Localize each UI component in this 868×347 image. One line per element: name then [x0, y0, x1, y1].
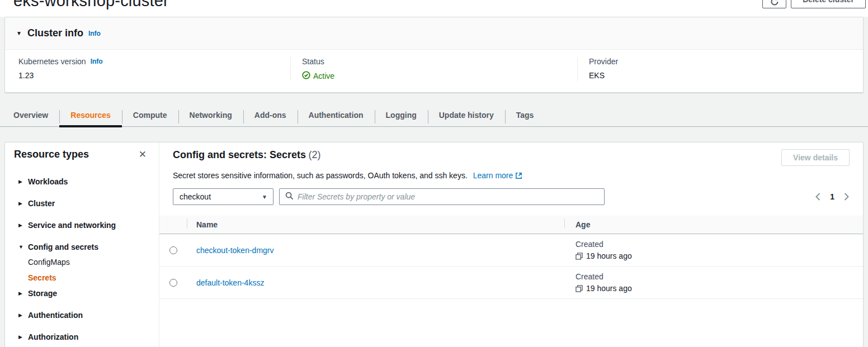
cluster-info-header[interactable]: ▼ Cluster info Info — [5, 17, 863, 50]
cluster-info-card: ▼ Cluster info Info Kubernetes version I… — [4, 17, 864, 93]
external-link-icon — [515, 172, 522, 181]
pagination: 1 — [815, 192, 850, 201]
table-row: default-token-4kssz Created 19 hours ago — [159, 267, 863, 299]
config-and-secrets-children: ConfigMaps Secrets — [28, 258, 150, 282]
kubernetes-version-label: Kubernetes version Info — [18, 57, 290, 66]
age-value: 19 hours ago — [586, 284, 632, 293]
chevron-right-icon: ▶ — [18, 289, 28, 298]
age-value: 19 hours ago — [586, 251, 632, 260]
view-details-button[interactable]: View details — [781, 149, 850, 166]
tab-logging[interactable]: Logging — [375, 105, 428, 126]
name-column-header: Name — [187, 220, 564, 230]
tab-add-ons[interactable]: Add-ons — [243, 105, 298, 126]
namespace-select-value: checkout — [180, 192, 211, 201]
provider-value: EKS — [589, 71, 863, 80]
refresh-button[interactable] — [762, 0, 786, 8]
sidebar-item-cluster[interactable]: ▶ Cluster — [18, 199, 150, 208]
kubernetes-version-field: Kubernetes version Info 1.23 — [5, 57, 290, 81]
filter-row: checkout ▼ 1 — [173, 188, 850, 205]
current-page-number[interactable]: 1 — [830, 192, 834, 201]
tab-networking[interactable]: Networking — [178, 105, 243, 126]
sidebar-item-configmaps[interactable]: ConfigMaps — [28, 258, 150, 267]
sidebar-item-service-and-networking[interactable]: ▶ Service and networking — [18, 221, 150, 230]
secrets-table: Name Age checkout-token-dmgrv Created — [159, 216, 863, 299]
tab-update-history[interactable]: Update history — [428, 105, 505, 126]
status-label: Status — [302, 57, 577, 66]
tab-resources[interactable]: Resources — [59, 105, 122, 126]
age-created-label: Created — [575, 272, 863, 281]
sidebar-item-config-and-secrets[interactable]: ▼ Config and secrets — [18, 243, 150, 251]
sidebar-title: Resource types — [14, 149, 89, 160]
page-header: eks-workshop-cluster Delete cluster — [0, 0, 868, 17]
delete-cluster-button[interactable]: Delete cluster — [791, 0, 866, 8]
page-title: eks-workshop-cluster — [13, 0, 868, 10]
resource-type-list: ▶ Workloads ▶ Cluster ▶ Service and netw… — [14, 178, 150, 341]
tab-authentication[interactable]: Authentication — [298, 105, 375, 126]
cluster-info-body: Kubernetes version Info 1.23 Status Acti… — [5, 50, 863, 92]
row-radio-button[interactable] — [169, 246, 177, 254]
resource-types-sidebar: Resource types ✕ ▶ Workloads ▶ Cluster ▶… — [5, 142, 159, 347]
secrets-count: (2) — [309, 149, 321, 160]
provider-field: Provider EKS — [577, 57, 863, 81]
sidebar-item-authorization[interactable]: ▶ Authorization — [18, 333, 150, 341]
copy-icon[interactable] — [575, 285, 583, 292]
secret-name-link[interactable]: default-token-4kssz — [196, 278, 264, 287]
table-header: Name Age — [159, 216, 863, 234]
secrets-title-group: Config and secrets: Secrets (2) — [173, 149, 321, 161]
sidebar-item-storage[interactable]: ▶ Storage — [18, 289, 150, 298]
sidebar-item-secrets[interactable]: Secrets — [28, 274, 150, 282]
namespace-select[interactable]: checkout ▼ — [173, 188, 273, 205]
kubernetes-version-info-link[interactable]: Info — [91, 58, 103, 65]
cluster-info-title: Cluster info — [27, 27, 83, 39]
tab-compute[interactable]: Compute — [122, 105, 178, 126]
copy-icon[interactable] — [575, 253, 583, 260]
chevron-right-icon: ▶ — [18, 178, 28, 186]
search-input[interactable] — [298, 192, 598, 201]
provider-label: Provider — [589, 57, 863, 66]
next-page-icon[interactable] — [843, 193, 850, 201]
collapse-caret-icon: ▼ — [16, 30, 22, 36]
header-actions: Delete cluster — [762, 0, 866, 8]
secrets-header: Config and secrets: Secrets (2) View det… — [173, 149, 850, 166]
close-icon[interactable]: ✕ — [135, 148, 150, 161]
refresh-icon — [770, 0, 779, 8]
secrets-main: Config and secrets: Secrets (2) View det… — [159, 142, 863, 347]
secrets-description: Secret stores sensitive information, suc… — [173, 171, 850, 181]
cluster-info-info-link[interactable]: Info — [88, 30, 101, 37]
sidebar-header: Resource types ✕ — [14, 148, 150, 161]
cluster-tabs: Overview Resources Compute Networking Ad… — [0, 105, 868, 127]
tab-tags[interactable]: Tags — [505, 105, 545, 126]
tab-overview[interactable]: Overview — [13, 105, 59, 126]
chevron-down-icon: ▼ — [18, 243, 28, 251]
age-created-label: Created — [575, 240, 863, 249]
chevron-right-icon: ▶ — [18, 311, 28, 320]
status-value: Active — [302, 71, 577, 81]
caret-down-icon: ▼ — [262, 194, 267, 200]
status-field: Status Active — [290, 57, 577, 81]
sidebar-item-authentication[interactable]: ▶ Authentication — [18, 311, 150, 320]
check-circle-icon — [302, 71, 313, 81]
chevron-right-icon: ▶ — [18, 333, 28, 341]
row-radio-button[interactable] — [169, 279, 177, 287]
resources-panel: Resource types ✕ ▶ Workloads ▶ Cluster ▶… — [4, 142, 864, 347]
search-icon — [285, 192, 298, 202]
sidebar-item-workloads[interactable]: ▶ Workloads — [18, 178, 150, 186]
kubernetes-version-value: 1.23 — [18, 71, 290, 80]
secret-name-link[interactable]: checkout-token-dmgrv — [196, 246, 274, 255]
learn-more-link[interactable]: Learn more — [473, 171, 523, 180]
secrets-title: Config and secrets: Secrets — [173, 149, 306, 160]
age-column-header: Age — [564, 220, 863, 230]
secrets-filter-box — [279, 188, 605, 205]
eks-console-page: eks-workshop-cluster Delete cluster ▼ Cl… — [0, 0, 868, 347]
status-text: Active — [313, 72, 334, 80]
table-row: checkout-token-dmgrv Created 19 hours ag… — [159, 234, 863, 267]
previous-page-icon[interactable] — [815, 193, 821, 201]
chevron-right-icon: ▶ — [18, 199, 28, 208]
chevron-right-icon: ▶ — [18, 221, 28, 230]
